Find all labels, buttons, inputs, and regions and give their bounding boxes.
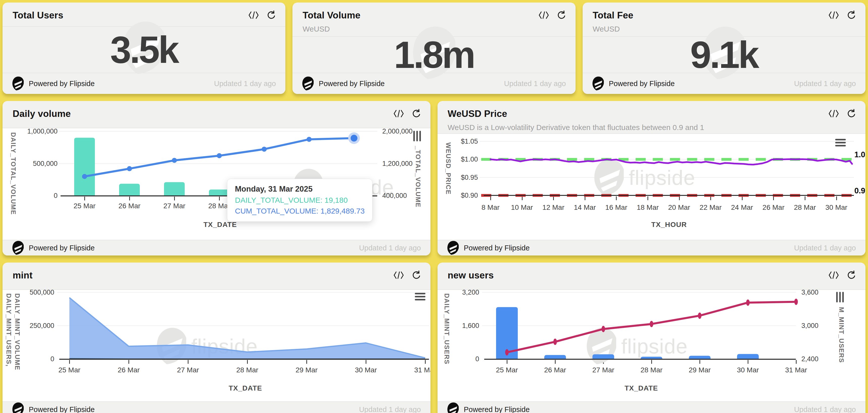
code-icon[interactable] xyxy=(394,271,404,279)
card-header: mint xyxy=(2,263,431,290)
x-axis-label: 25 Mar xyxy=(64,202,105,210)
stat-value: 3.5k xyxy=(2,27,285,73)
updated-label: Updated 1 day ago xyxy=(359,244,421,252)
updated-label: Updated 1 day ago xyxy=(794,80,856,88)
flipside-logo xyxy=(12,403,24,413)
x-axis-label: 30 Mar xyxy=(346,366,386,374)
y-axis-tick-label: $1.05 xyxy=(437,137,478,145)
card-body: flipside$0.90$0.95$1.00$1.05WEUSD_PRICE8… xyxy=(437,134,866,240)
y-axis-tick-label: $0.95 xyxy=(437,173,478,181)
code-icon[interactable] xyxy=(829,110,839,118)
x-axis-label: 29 Mar xyxy=(680,366,720,374)
y-axis-title: DAILY_MINT_USERS xyxy=(442,293,451,370)
card-header: new users xyxy=(437,263,866,290)
refresh-icon[interactable] xyxy=(266,10,276,20)
updated-label: Updated 1 day ago xyxy=(794,406,856,413)
code-icon[interactable] xyxy=(539,11,549,19)
dashboard-page: Total Users 3.5k Powered by Flipside Upd… xyxy=(0,0,868,413)
card-body: 1.8m xyxy=(292,37,575,73)
y-axis-tick-label: $0.90 xyxy=(437,191,478,200)
x-axis-label: 28 Mar xyxy=(631,366,672,374)
plotline-label: 0.9 xyxy=(855,186,865,196)
flipside-logo xyxy=(447,241,459,255)
card-title: new users xyxy=(447,270,856,281)
card-title: WeUSD Price xyxy=(447,109,856,119)
chart-card-daily-volume: Daily volume flipside0500,0001,000,00040… xyxy=(2,101,431,256)
y-axis-title: DAILY_MINT_USERS, DAILY_MINT_VOLUME xyxy=(4,293,22,370)
flipside-logo xyxy=(12,77,24,91)
card-title: Total Volume xyxy=(303,10,565,21)
card-footer: Powered by Flipside Updated 1 day ago xyxy=(2,240,431,256)
refresh-icon[interactable] xyxy=(411,271,421,280)
x-axis-title: TX_DATE xyxy=(63,220,377,229)
card-header: Daily volume xyxy=(2,101,431,128)
card-actions xyxy=(249,10,276,20)
x-axis-label: 28 Mar xyxy=(227,366,268,374)
card-title: Total Users xyxy=(12,10,275,21)
tooltip-daily-volume: DAILY_TOTAL_VOLUME: 19,180 xyxy=(235,196,365,205)
powered-by-label: Powered by Flipside xyxy=(29,80,95,88)
code-icon[interactable] xyxy=(394,110,404,118)
updated-label: Updated 1 day ago xyxy=(214,80,276,88)
refresh-icon[interactable] xyxy=(846,271,856,280)
stat-card-total-fee: Total Fee WeUSD 9.1k Powered by Flipside… xyxy=(583,2,866,94)
tooltip-date: Monday, 31 Mar 2025 xyxy=(235,184,365,194)
card-actions xyxy=(539,10,566,20)
code-icon[interactable] xyxy=(829,271,839,279)
card-footer: Powered by Flipside Updated 1 day ago xyxy=(437,240,866,256)
card-footer: Powered by Flipside Updated 1 day ago xyxy=(2,402,431,413)
updated-label: Updated 1 day ago xyxy=(794,244,856,252)
right-axis-title: _TOTAL_VOLUME xyxy=(414,146,423,210)
x-axis-label: 26 Mar xyxy=(535,366,575,374)
card-body: flipside0500,0001,000,000400,0001,200,00… xyxy=(2,128,431,240)
card-actions xyxy=(829,109,856,118)
refresh-icon[interactable] xyxy=(411,109,421,118)
refresh-icon[interactable] xyxy=(846,109,856,118)
flipside-logo xyxy=(12,241,24,255)
code-icon[interactable] xyxy=(829,11,839,19)
x-axis-title: TX_DATE xyxy=(62,384,429,392)
right-axis-title: M_MINT_USERS xyxy=(837,307,846,374)
card-body: flipside0250,000500,000DAILY_MINT_USERS,… xyxy=(2,290,431,402)
powered-by-label: Powered by Flipside xyxy=(29,406,95,413)
stat-card-total-users: Total Users 3.5k Powered by Flipside Upd… xyxy=(2,2,285,94)
card-title: Total Fee xyxy=(593,10,856,21)
card-header: WeUSD Price WeUSD is a Low-volatility De… xyxy=(437,101,866,134)
chart-row-2: mint flipside0250,000500,000DAILY_MINT_U… xyxy=(2,263,866,413)
x-axis-label: 30 Mar xyxy=(728,366,768,374)
x-axis-label: 25 Mar xyxy=(49,366,90,374)
x-axis-label: 26 Mar xyxy=(108,366,149,374)
code-icon[interactable] xyxy=(249,11,259,19)
chart-row-1: Daily volume flipside0500,0001,000,00040… xyxy=(2,101,866,256)
card-subtitle: WeUSD is a Low-volatility Derivative tok… xyxy=(447,123,856,132)
flipside-logo xyxy=(592,77,604,91)
right-axis-tick-label: 2,000,000 xyxy=(382,127,425,135)
x-axis-title: TX_DATE xyxy=(487,384,796,392)
powered-by-label: Powered by Flipside xyxy=(609,80,675,88)
mint-chart[interactable]: flipside0250,000500,000DAILY_MINT_USERS,… xyxy=(2,290,431,401)
x-axis-label: 27 Mar xyxy=(583,366,623,374)
refresh-icon[interactable] xyxy=(556,10,566,20)
card-footer: Powered by Flipside Updated 1 day ago xyxy=(437,402,866,413)
updated-label: Updated 1 day ago xyxy=(359,406,421,413)
x-axis-label: 27 Mar xyxy=(168,366,208,374)
tooltip-cum-volume: CUM_TOTAL_VOLUME: 1,829,489.73 xyxy=(235,207,365,215)
new-users-chart[interactable]: flipside01,6003,2002,4003,0003,600DAILY_… xyxy=(437,290,862,401)
updated-label: Updated 1 day ago xyxy=(504,80,566,88)
stat-value: 9.1k xyxy=(583,37,866,73)
right-axis-tick-label: 3,600 xyxy=(801,288,844,296)
flipside-logo xyxy=(447,403,459,413)
powered-by-label: Powered by Flipside xyxy=(29,244,95,252)
card-actions xyxy=(394,109,421,118)
powered-by-label: Powered by Flipside xyxy=(464,244,530,252)
chart-card-mint: mint flipside0250,000500,000DAILY_MINT_U… xyxy=(2,263,431,413)
x-axis-label: 29 Mar xyxy=(286,366,327,374)
plotline-label: 1.0 xyxy=(855,150,865,159)
card-actions xyxy=(829,10,856,20)
y-axis-title: WEUSD_PRICE xyxy=(444,142,453,206)
card-actions xyxy=(394,271,421,280)
refresh-icon[interactable] xyxy=(846,10,856,20)
weusd-price-chart[interactable]: flipside$0.90$0.95$1.00$1.05WEUSD_PRICE8… xyxy=(437,134,862,240)
stat-row: Total Users 3.5k Powered by Flipside Upd… xyxy=(2,2,866,94)
x-axis-label: 27 Mar xyxy=(154,202,194,210)
